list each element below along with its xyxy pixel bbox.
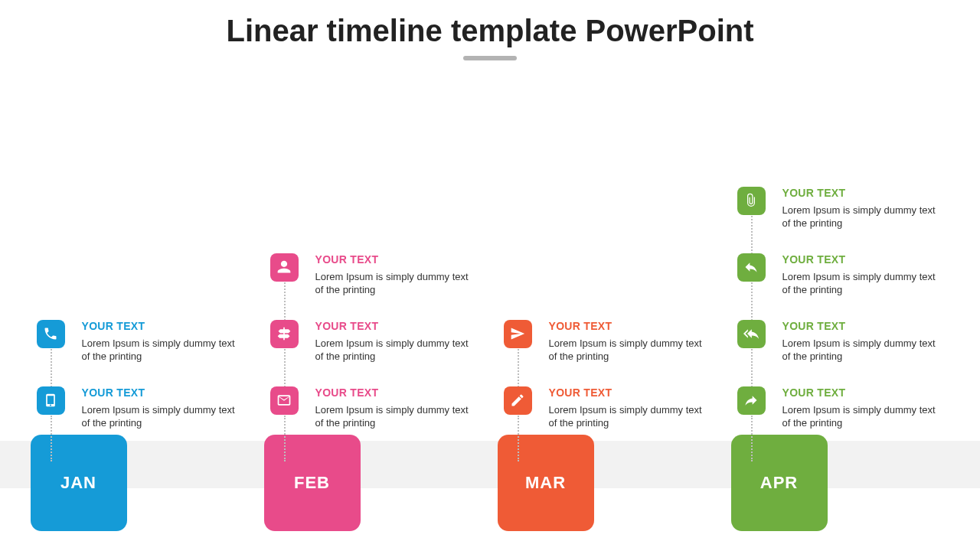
timeline-item: YOUR TEXTLorem Ipsum is simply dummy tex…: [270, 320, 476, 364]
timeline-item: YOUR TEXTLorem Ipsum is simply dummy tex…: [737, 320, 943, 364]
item-text: YOUR TEXTLorem Ipsum is simply dummy tex…: [782, 320, 943, 364]
item-body: Lorem Ipsum is simply dummy text of the …: [782, 270, 943, 297]
month-box-mar: MAR: [498, 435, 594, 531]
title-underline: [463, 56, 517, 60]
item-heading: YOUR TEXT: [315, 386, 476, 399]
timeline-columns: YOUR TEXTLorem Ipsum is simply dummy tex…: [0, 435, 980, 531]
item-body: Lorem Ipsum is simply dummy text of the …: [782, 403, 943, 430]
phone-icon: [37, 320, 65, 348]
item-text: YOUR TEXTLorem Ipsum is simply dummy tex…: [82, 386, 243, 430]
item-text: YOUR TEXTLorem Ipsum is simply dummy tex…: [782, 386, 943, 430]
paperclip-icon: [737, 187, 766, 215]
item-text: YOUR TEXTLorem Ipsum is simply dummy tex…: [315, 320, 476, 364]
item-body: Lorem Ipsum is simply dummy text of the …: [782, 337, 943, 364]
user-icon: [270, 253, 299, 282]
pencil-icon: [504, 386, 532, 415]
reply-icon: [737, 253, 766, 282]
item-body: Lorem Ipsum is simply dummy text of the …: [549, 403, 710, 430]
item-heading: YOUR TEXT: [549, 320, 710, 332]
timeline-column-feb: YOUR TEXTLorem Ipsum is simply dummy tex…: [263, 435, 485, 531]
timeline-column-jan: YOUR TEXTLorem Ipsum is simply dummy tex…: [29, 435, 251, 531]
item-stack: YOUR TEXTLorem Ipsum is simply dummy tex…: [37, 320, 243, 430]
timeline-item: YOUR TEXTLorem Ipsum is simply dummy tex…: [737, 386, 943, 430]
item-body: Lorem Ipsum is simply dummy text of the …: [315, 337, 476, 364]
item-text: YOUR TEXTLorem Ipsum is simply dummy tex…: [549, 320, 710, 364]
item-body: Lorem Ipsum is simply dummy text of the …: [82, 403, 243, 430]
item-text: YOUR TEXTLorem Ipsum is simply dummy tex…: [782, 253, 943, 297]
month-box-feb: FEB: [264, 435, 361, 531]
item-heading: YOUR TEXT: [782, 320, 943, 332]
item-heading: YOUR TEXT: [782, 253, 943, 266]
item-stack: YOUR TEXTLorem Ipsum is simply dummy tex…: [504, 320, 710, 430]
reply-all-icon: [737, 320, 766, 348]
item-heading: YOUR TEXT: [549, 386, 710, 399]
item-stack: YOUR TEXTLorem Ipsum is simply dummy tex…: [270, 253, 476, 430]
item-body: Lorem Ipsum is simply dummy text of the …: [782, 204, 943, 230]
item-heading: YOUR TEXT: [82, 320, 243, 332]
item-body: Lorem Ipsum is simply dummy text of the …: [82, 337, 243, 364]
timeline-column-mar: YOUR TEXTLorem Ipsum is simply dummy tex…: [496, 435, 718, 531]
month-box-apr: APR: [731, 435, 828, 531]
timeline-item: YOUR TEXTLorem Ipsum is simply dummy tex…: [504, 320, 710, 364]
item-stack: YOUR TEXTLorem Ipsum is simply dummy tex…: [737, 187, 943, 430]
timeline-item: YOUR TEXTLorem Ipsum is simply dummy tex…: [504, 386, 710, 430]
item-text: YOUR TEXTLorem Ipsum is simply dummy tex…: [82, 320, 243, 364]
item-heading: YOUR TEXT: [315, 320, 476, 332]
timeline-item: YOUR TEXTLorem Ipsum is simply dummy tex…: [737, 253, 943, 297]
item-text: YOUR TEXTLorem Ipsum is simply dummy tex…: [315, 386, 476, 430]
forward-icon: [737, 386, 766, 415]
item-body: Lorem Ipsum is simply dummy text of the …: [549, 337, 710, 364]
item-body: Lorem Ipsum is simply dummy text of the …: [315, 403, 476, 430]
send-icon: [504, 320, 532, 348]
item-body: Lorem Ipsum is simply dummy text of the …: [315, 270, 476, 297]
timeline-item: YOUR TEXTLorem Ipsum is simply dummy tex…: [270, 386, 476, 430]
item-text: YOUR TEXTLorem Ipsum is simply dummy tex…: [315, 253, 476, 297]
page-title: Linear timeline template PowerPoint: [0, 14, 980, 48]
month-box-jan: JAN: [31, 435, 127, 531]
timeline-item: YOUR TEXTLorem Ipsum is simply dummy tex…: [270, 253, 476, 297]
item-heading: YOUR TEXT: [315, 253, 476, 266]
item-heading: YOUR TEXT: [782, 386, 943, 399]
signpost-icon: [270, 320, 299, 348]
item-text: YOUR TEXTLorem Ipsum is simply dummy tex…: [549, 386, 710, 430]
mobile-icon: [37, 386, 65, 415]
item-heading: YOUR TEXT: [82, 386, 243, 399]
mail-icon: [270, 386, 299, 415]
item-text: YOUR TEXTLorem Ipsum is simply dummy tex…: [782, 187, 943, 230]
timeline-item: YOUR TEXTLorem Ipsum is simply dummy tex…: [37, 320, 243, 364]
timeline-item: YOUR TEXTLorem Ipsum is simply dummy tex…: [737, 187, 943, 230]
timeline-column-apr: YOUR TEXTLorem Ipsum is simply dummy tex…: [730, 435, 952, 531]
item-heading: YOUR TEXT: [782, 187, 943, 199]
timeline-item: YOUR TEXTLorem Ipsum is simply dummy tex…: [37, 386, 243, 430]
